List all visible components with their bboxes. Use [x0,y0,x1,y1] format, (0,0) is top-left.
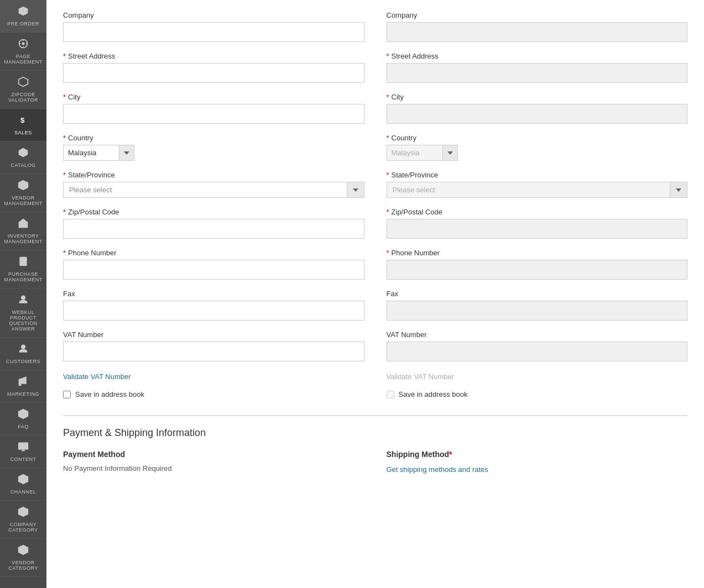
billing-validate-vat-container: Validate VAT Number [63,371,364,381]
billing-zip-label: *Zip/Postal Code [63,208,364,216]
sidebar-label-company-category: COMPANY CATEGORY [2,522,44,533]
section-divider [63,415,687,416]
company-category-icon [18,506,29,520]
billing-street-group: *Street Address [63,52,364,83]
document-icon [18,256,29,270]
billing-vat-input[interactable] [63,342,364,361]
billing-country-group: *Country Malaysia [63,134,364,161]
sidebar-item-purchase-management[interactable]: PURCHASE MANAGEMENT [0,250,46,288]
svg-rect-22 [19,383,21,385]
shipping-street-group: *Street Address [387,52,688,83]
billing-zip-group: *Zip/Postal Code [63,208,364,239]
sidebar-label-content: CONTENT [11,456,36,462]
billing-state-select[interactable]: Please select [64,182,347,197]
shipping-state-select-wrapper: Please select [387,182,688,198]
shipping-phone-group: *Phone Number [387,249,688,280]
sidebar: PRE ORDER PAGE MANAGEMENT ZIPCODE VALIDA… [0,0,46,588]
get-shipping-methods-link[interactable]: Get shipping methods and rates [387,465,488,474]
svg-marker-7 [19,77,28,87]
shipping-phone-input [387,260,688,280]
billing-street-input[interactable] [63,63,364,83]
shipping-country-group: *Country Malaysia [387,134,688,161]
shipping-phone-label: *Phone Number [387,249,688,257]
sidebar-label-vendor-management: VENDOR MANAGEMENT [2,195,44,206]
shipping-vat-group: VAT Number [387,330,688,361]
sidebar-label-webkul-qa: WEBKUL PRODUCT QUESTION ANSWER [2,309,44,332]
billing-city-label: *City [63,93,364,101]
billing-state-group: *State/Province Please select [63,171,364,198]
shipping-fax-group: Fax [387,290,688,321]
billing-phone-group: *Phone Number [63,249,364,280]
sidebar-item-sales[interactable]: $ SALES [0,109,46,141]
faq-icon [18,408,29,422]
svg-marker-27 [19,475,28,484]
sidebar-label-inventory: INVENTORY MANAGEMENT [2,233,44,244]
billing-phone-input[interactable] [63,260,364,280]
billing-street-label: *Street Address [63,52,364,60]
billing-country-select-wrapper: Malaysia [63,145,134,161]
billing-country-dropdown-btn[interactable] [119,145,134,160]
shipping-street-input [387,63,688,83]
vendor-icon [18,180,29,193]
billing-fax-label: Fax [63,290,364,298]
sidebar-item-catalog[interactable]: CATALOG [0,141,46,174]
zipcode-icon [18,76,29,90]
main-content: Company *Street Address *City *C [46,0,704,588]
shipping-city-group: *City [387,93,688,124]
shipping-country-select: Malaysia [387,145,442,160]
shipping-state-select: Please select [387,182,670,197]
sidebar-label-purchase: PURCHASE MANAGEMENT [2,271,44,282]
sidebar-item-company-category[interactable]: COMPANY CATEGORY [0,501,46,539]
billing-street-required: * [63,52,66,60]
sidebar-label-page-management: PAGE MANAGEMENT [2,54,44,65]
sidebar-label-faq: FAQ [18,424,29,429]
billing-vat-label: VAT Number [63,330,364,339]
shipping-country-label: *Country [387,134,688,142]
sidebar-item-marketing[interactable]: MARKETING [0,370,46,403]
sidebar-item-webkul-qa[interactable]: WEBKUL PRODUCT QUESTION ANSWER [0,288,46,338]
billing-country-select[interactable]: Malaysia [64,145,119,160]
billing-phone-label: *Phone Number [63,249,364,257]
shipping-company-input [387,22,688,42]
svg-point-1 [22,43,25,45]
shipping-validate-vat-link: Validate VAT Number [387,372,455,381]
billing-state-label: *State/Province [63,171,364,179]
vendor-category-icon [18,544,29,558]
shipping-state-group: *State/Province Please select [387,171,688,198]
billing-save-address-checkbox[interactable] [63,391,71,398]
sidebar-item-vendor-management[interactable]: VENDOR MANAGEMENT [0,174,46,212]
monitor-icon [18,441,29,455]
sidebar-item-page-management[interactable]: PAGE MANAGEMENT [0,33,46,71]
sidebar-item-zipcode-validator[interactable]: ZIPCODE VALIDATOR [0,71,46,109]
shipping-method-col: Shipping Method* Get shipping methods an… [387,450,688,474]
sidebar-item-channel[interactable]: CHANNEL [0,468,46,501]
sidebar-item-pre-order[interactable]: PRE ORDER [0,0,46,33]
shipping-state-label: *State/Province [387,171,688,179]
pages-icon [18,38,29,52]
shipping-zip-input [387,219,688,239]
sidebar-item-inventory-management[interactable]: INVENTORY MANAGEMENT [0,212,46,250]
billing-fax-input[interactable] [63,301,364,321]
billing-company-input[interactable] [63,22,364,42]
billing-city-input[interactable] [63,104,364,124]
sidebar-label-pre-order: PRE ORDER [7,21,39,27]
shipping-validate-vat-container: Validate VAT Number [387,371,688,381]
billing-state-dropdown-btn[interactable] [347,182,364,197]
billing-state-select-wrapper: Please select [63,182,364,198]
sidebar-item-customers[interactable]: CUSTOMERS [0,338,46,370]
sidebar-item-content[interactable]: CONTENT [0,435,46,468]
shipping-save-address-label: Save in address book [399,390,468,398]
shipping-fax-input [387,301,688,321]
billing-vat-group: VAT Number [63,330,364,361]
sidebar-label-customers: CUSTOMERS [6,359,40,364]
svg-marker-29 [19,545,28,555]
svg-marker-11 [19,181,28,190]
billing-zip-input[interactable] [63,219,364,239]
sidebar-label-channel: CHANNEL [11,489,36,495]
svg-text:$: $ [20,116,25,124]
billing-company-label: Company [63,11,364,19]
billing-validate-vat-link[interactable]: Validate VAT Number [63,372,131,381]
sidebar-item-faq[interactable]: FAQ [0,403,46,435]
payment-shipping-grid: Payment Method No Payment Information Re… [63,450,687,474]
sidebar-item-vendor-category[interactable]: VENDOR CATEGORY [0,539,46,577]
